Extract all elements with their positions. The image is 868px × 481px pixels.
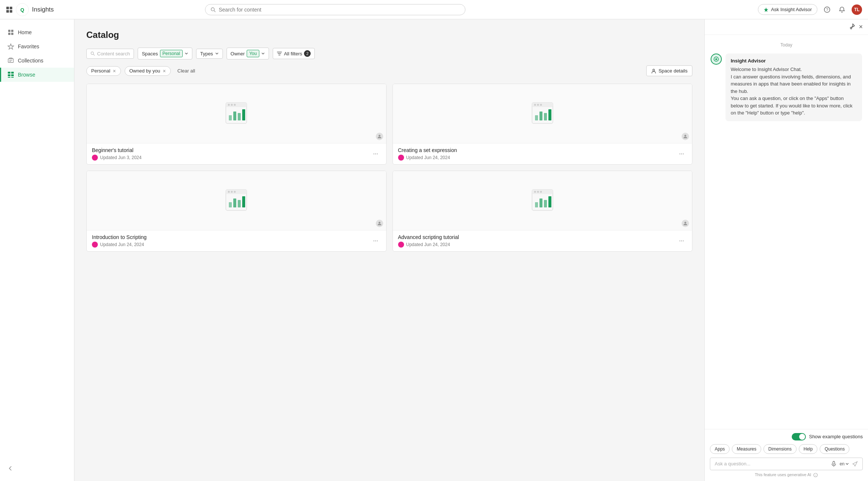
ask-question-input[interactable] <box>715 461 828 467</box>
owner-filter-button[interactable]: Owner You <box>227 48 269 59</box>
browse-label: Browse <box>18 72 35 78</box>
catalog-title: Catalog <box>86 30 692 40</box>
svg-rect-59 <box>535 202 538 207</box>
svg-text:i: i <box>816 474 816 477</box>
svg-rect-51 <box>238 200 241 207</box>
svg-text:?: ? <box>826 7 828 12</box>
svg-rect-62 <box>548 196 551 207</box>
svg-point-66 <box>540 191 542 193</box>
all-filters-button[interactable]: All filters 2 <box>273 48 315 59</box>
personal-filter-chip[interactable]: Personal × <box>86 66 121 76</box>
active-filters-row: Personal × Owned by you × Clear all Spac… <box>86 65 692 76</box>
show-examples-toggle[interactable] <box>792 433 806 440</box>
owned-by-you-filter-chip[interactable]: Owned by you × <box>125 66 171 76</box>
card-avatar <box>398 155 404 161</box>
svg-point-34 <box>228 104 230 106</box>
svg-rect-11 <box>8 30 10 32</box>
advisor-avatar-icon <box>711 54 722 65</box>
types-filter-button[interactable]: Types <box>196 49 223 59</box>
search-input[interactable] <box>219 7 460 13</box>
card-info: Beginner's tutorial Updated Jun 3, 2024 <box>92 147 371 161</box>
card-info: Creating a set expression Updated Jun 24… <box>398 147 677 161</box>
content-search-input[interactable]: Content search <box>86 49 134 59</box>
svg-point-47 <box>685 135 686 137</box>
logo-area: Q Insights <box>6 3 54 16</box>
quick-btn-dimensions[interactable]: Dimensions <box>763 444 797 454</box>
personal-chip-close[interactable]: × <box>113 68 116 74</box>
card-more-button[interactable]: ··· <box>371 149 381 159</box>
notifications-icon[interactable] <box>837 4 847 15</box>
topnav-right: Ask Insight Advisor ? TL <box>758 4 862 15</box>
info-icon: i <box>813 473 818 477</box>
help-icon[interactable]: ? <box>822 4 832 15</box>
sidebar: Home Favorites Collections <box>0 19 74 481</box>
sidebar-item-collections[interactable]: Collections <box>0 54 74 68</box>
ask-insight-button[interactable]: Ask Insight Advisor <box>758 4 817 15</box>
svg-text:Q: Q <box>20 7 24 13</box>
svg-rect-39 <box>535 115 538 120</box>
card-more-button[interactable]: ··· <box>371 236 381 246</box>
app-icon <box>531 188 554 213</box>
filter-icon <box>277 51 282 56</box>
svg-rect-23 <box>11 77 14 78</box>
spaces-filter-button[interactable]: Spaces Personal <box>138 48 192 59</box>
owned-chip-close[interactable]: × <box>163 68 166 74</box>
card-footer: Advanced scripting tutorial Updated Jun … <box>393 230 692 251</box>
svg-rect-15 <box>8 59 13 62</box>
svg-point-27 <box>653 69 654 71</box>
quick-btn-help[interactable]: Help <box>799 444 818 454</box>
card-thumbnail <box>87 84 386 143</box>
svg-rect-41 <box>544 113 547 120</box>
send-icon[interactable] <box>852 461 858 467</box>
quick-btn-measures[interactable]: Measures <box>732 444 761 454</box>
quick-btn-apps[interactable]: Apps <box>710 444 730 454</box>
close-icon[interactable]: × <box>859 23 863 31</box>
app-card-advanced-scripting[interactable]: Advanced scripting tutorial Updated Jun … <box>393 171 693 252</box>
sidebar-item-browse[interactable]: Browse <box>0 68 74 82</box>
sidebar-item-home[interactable]: Home <box>0 25 74 39</box>
svg-rect-40 <box>539 112 542 120</box>
all-filters-count: 2 <box>304 50 311 57</box>
user-avatar[interactable]: TL <box>852 4 862 15</box>
insight-panel-bottom: Show example questions AppsMeasuresDimen… <box>705 429 868 481</box>
svg-point-54 <box>228 191 230 193</box>
svg-rect-50 <box>233 198 236 207</box>
svg-point-35 <box>231 104 233 106</box>
insight-panel-topbar: × <box>705 19 868 35</box>
advisor-message: Welcome to Insight Advisor Chat.I can an… <box>731 66 857 117</box>
card-more-button[interactable]: ··· <box>676 236 687 246</box>
card-user-badge <box>682 220 689 227</box>
app-card-creating-set-expression[interactable]: Creating a set expression Updated Jun 24… <box>393 84 693 165</box>
card-title: Advanced scripting tutorial <box>398 234 677 240</box>
app-card-intro-scripting[interactable]: Introduction to Scripting Updated Jun 24… <box>86 171 387 252</box>
microphone-icon[interactable] <box>831 461 837 467</box>
svg-rect-13 <box>8 33 10 35</box>
svg-point-56 <box>234 191 236 193</box>
pin-icon[interactable] <box>849 23 855 31</box>
owner-label: Owner <box>231 51 245 57</box>
cards-grid: Beginner's tutorial Updated Jun 3, 2024 … <box>86 84 692 252</box>
grid-icon[interactable] <box>6 6 13 13</box>
advisor-name: Insight Advisor <box>731 58 857 64</box>
svg-rect-12 <box>11 30 13 32</box>
lang-label: en <box>840 461 845 467</box>
owned-chip-label: Owned by you <box>129 68 160 74</box>
language-selector[interactable]: en <box>840 461 849 467</box>
quick-btn-questions[interactable]: Questions <box>820 444 849 454</box>
svg-rect-3 <box>10 10 12 13</box>
svg-point-46 <box>540 104 542 106</box>
space-details-button[interactable]: Space details <box>646 65 692 76</box>
global-search-bar[interactable] <box>205 4 465 15</box>
browse-icon <box>7 71 14 78</box>
svg-rect-69 <box>833 461 835 464</box>
sidebar-item-favorites[interactable]: Favorites <box>0 39 74 54</box>
favorites-label: Favorites <box>18 43 39 49</box>
card-thumbnail <box>393 84 692 143</box>
svg-line-26 <box>93 54 95 55</box>
card-updated: Updated Jun 24, 2024 <box>406 242 450 247</box>
card-more-button[interactable]: ··· <box>676 149 687 159</box>
app-card-beginners-tutorial[interactable]: Beginner's tutorial Updated Jun 3, 2024 … <box>86 84 387 165</box>
clear-all-button[interactable]: Clear all <box>174 67 198 75</box>
sidebar-collapse-button[interactable] <box>7 465 67 471</box>
types-label: Types <box>200 51 213 57</box>
